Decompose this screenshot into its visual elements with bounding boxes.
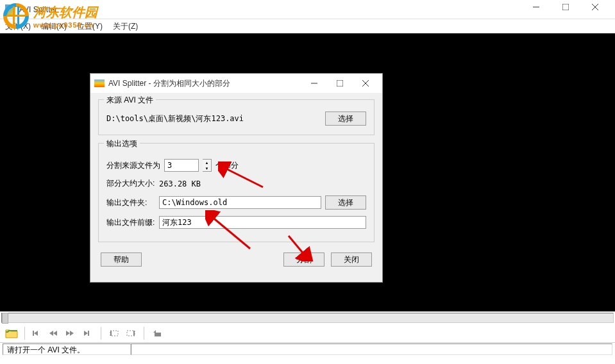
output-folder-input[interactable] <box>159 196 321 209</box>
svg-rect-29 <box>155 333 161 336</box>
split-count-input[interactable] <box>164 159 199 172</box>
source-legend: 来源 AVI 文件 <box>104 95 156 106</box>
menubar: 文件(X) 编辑(X) 位置(Y) 关于(Z) <box>0 19 615 33</box>
svg-marker-23 <box>84 331 88 336</box>
step-back-button[interactable] <box>47 326 62 341</box>
menu-view[interactable]: 位置(Y) <box>77 21 103 32</box>
close-button[interactable] <box>580 0 610 17</box>
svg-marker-19 <box>49 331 53 336</box>
split-button[interactable]: 分割 <box>283 252 324 267</box>
split-unit-label: 个部分 <box>215 160 239 171</box>
prev-frame-button[interactable] <box>30 326 46 341</box>
svg-rect-4 <box>562 4 569 10</box>
dialog-maximize-button[interactable] <box>327 74 353 92</box>
dialog-icon <box>94 79 105 87</box>
dialog-minimize-button[interactable] <box>301 74 327 92</box>
menu-about[interactable]: 关于(Z) <box>113 21 138 32</box>
svg-marker-17 <box>34 331 38 336</box>
source-fieldset: 来源 AVI 文件 D:\tools\桌面\新视频\河东123.avi 选择 <box>98 99 375 135</box>
minimize-button[interactable] <box>521 0 551 17</box>
output-folder-label: 输出文件夹: <box>106 197 155 208</box>
svg-marker-30 <box>153 330 156 333</box>
maximize-button[interactable] <box>551 0 580 17</box>
status-text: 请打开一个 AVI 文件。 <box>3 343 131 355</box>
svg-marker-21 <box>66 331 70 336</box>
app-icon <box>5 4 15 15</box>
output-prefix-input[interactable] <box>159 216 366 229</box>
dialog-close-button[interactable] <box>353 74 378 92</box>
output-prefix-label: 输出文件前缀: <box>106 217 155 228</box>
help-button[interactable]: 帮助 <box>101 252 142 267</box>
window-title: AVI Splitter <box>19 5 521 14</box>
approx-size-label: 部分大约大小: <box>106 178 155 189</box>
dialog-titlebar[interactable]: AVI Splitter - 分割为相同大小的部分 <box>90 74 382 93</box>
split-count-spinner[interactable]: ▲ ▼ <box>203 159 212 172</box>
step-forward-button[interactable] <box>63 326 79 341</box>
status-spacer <box>131 343 612 355</box>
close-dialog-button[interactable]: 关闭 <box>331 252 372 267</box>
svg-rect-28 <box>133 331 135 336</box>
svg-rect-26 <box>110 331 112 336</box>
seek-bar[interactable] <box>1 313 614 323</box>
next-frame-button[interactable] <box>80 326 96 341</box>
toolbar <box>0 324 615 342</box>
output-folder-select-button[interactable]: 选择 <box>325 195 366 210</box>
export-button[interactable] <box>149 326 165 341</box>
spin-down-icon[interactable]: ▼ <box>203 165 211 171</box>
output-fieldset: 输出选项 分割来源文件为 ▲ ▼ 个部分 部分大约大小: 263.28 KB 输… <box>98 143 375 242</box>
statusbar: 请打开一个 AVI 文件。 <box>0 342 615 355</box>
split-dialog: AVI Splitter - 分割为相同大小的部分 来源 AVI 文件 D:\t… <box>90 73 383 283</box>
mark-out-button[interactable] <box>123 326 139 341</box>
spin-up-icon[interactable]: ▲ <box>203 160 211 165</box>
menu-edit[interactable]: 编辑(X) <box>41 21 67 32</box>
source-path: D:\tools\桌面\新视频\河东123.avi <box>106 113 325 124</box>
svg-rect-8 <box>337 80 343 87</box>
seek-handle[interactable] <box>2 313 8 324</box>
approx-size-value: 263.28 KB <box>159 179 201 188</box>
mark-in-button[interactable] <box>106 326 122 341</box>
source-select-button[interactable]: 选择 <box>325 112 366 126</box>
output-legend: 输出选项 <box>104 138 140 149</box>
menu-file[interactable]: 文件(X) <box>5 21 31 32</box>
split-count-label: 分割来源文件为 <box>106 160 160 171</box>
svg-rect-18 <box>33 331 34 336</box>
main-titlebar: AVI Splitter <box>0 0 615 19</box>
svg-rect-24 <box>88 331 89 336</box>
svg-marker-22 <box>70 331 74 336</box>
open-file-button[interactable] <box>4 326 19 341</box>
dialog-title: AVI Splitter - 分割为相同大小的部分 <box>108 78 301 89</box>
svg-marker-20 <box>53 331 57 336</box>
